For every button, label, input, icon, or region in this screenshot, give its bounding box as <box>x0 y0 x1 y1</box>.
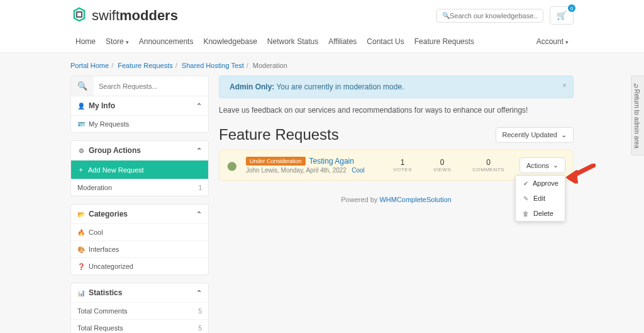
annotation-arrow <box>564 164 596 189</box>
search-icon: 🔍 <box>442 12 450 19</box>
sidebar-add-new-request[interactable]: ＋Add New Request <box>71 160 208 179</box>
actions-menu: ✔Approve ✎Edit 🗑Delete <box>515 175 565 222</box>
nav-account[interactable]: Account <box>531 31 574 52</box>
cart-icon: 🛒 <box>557 11 567 20</box>
actions-button[interactable]: Actions ⌄ <box>519 157 565 173</box>
nav-affiliates[interactable]: Affiliates <box>323 31 362 52</box>
card-icon: 🪪 <box>77 121 85 128</box>
alert-label: Admin Only: <box>230 82 274 91</box>
sidebar-cat-interfaces[interactable]: 🎨Interfaces <box>71 240 208 257</box>
sidebar-cat-uncategorized[interactable]: ❓Uncategorized <box>71 257 208 274</box>
sort-dropdown[interactable]: Recently Updated ⌄ <box>496 127 574 143</box>
breadcrumb-current: Moderation <box>253 62 287 69</box>
check-icon: ✔ <box>522 180 529 187</box>
chart-icon: 📊 <box>77 290 85 296</box>
palette-icon: 🎨 <box>77 246 85 253</box>
admin-alert: Admin Only: You are currently in moderat… <box>219 76 574 98</box>
breadcrumb-portal-home[interactable]: Portal Home <box>70 62 109 69</box>
nav-knowledgebase[interactable]: Knowledgebase <box>198 31 262 52</box>
nav-contact-us[interactable]: Contact Us <box>362 31 409 52</box>
sidebar-stat-comments: Total Comments 5 <box>71 302 208 319</box>
breadcrumb-shared-hosting-test[interactable]: Shared Hosting Test <box>182 62 244 69</box>
folder-icon: 📂 <box>77 211 85 218</box>
search-icon: 🔍 <box>71 76 94 96</box>
chevron-up-icon <box>196 288 202 297</box>
edit-icon: ✎ <box>522 195 530 202</box>
page-title: Feature Requests <box>219 126 339 144</box>
alert-text: You are currently in moderation mode. <box>276 82 404 91</box>
header-search[interactable]: 🔍 <box>436 9 543 23</box>
sidebar-statistics-header[interactable]: 📊Statistics <box>71 283 208 302</box>
request-author: John Lewis, Monday, April 4th, 2022 <box>246 167 347 174</box>
status-badge: Under Consideration <box>246 157 306 166</box>
brand-part2: modders <box>119 8 178 23</box>
request-title-link[interactable]: Testing Again <box>309 157 354 166</box>
sidebar-moderation[interactable]: Moderation 1 <box>71 179 208 196</box>
sidebar-cat-cool[interactable]: 🔥Cool <box>71 223 208 240</box>
action-approve[interactable]: ✔Approve <box>516 176 565 191</box>
plus-icon: ＋ <box>77 165 84 174</box>
intro-text: Leave us feedback on our services and re… <box>219 106 574 115</box>
chevron-up-icon <box>196 101 202 110</box>
chevron-down-icon: ⌄ <box>561 131 567 139</box>
action-delete[interactable]: 🗑Delete <box>516 206 565 221</box>
sidebar-categories-header[interactable]: 📂Categories <box>71 205 208 223</box>
header-search-input[interactable] <box>450 12 538 20</box>
user-icon: 👤 <box>77 103 85 110</box>
chevron-up-icon <box>196 146 202 155</box>
nav-home[interactable]: Home <box>70 31 101 52</box>
cart-badge: 0 <box>568 4 575 12</box>
powered-link[interactable]: WHMCompleteSolution <box>379 196 451 203</box>
sidebar-my-requests[interactable]: 🪪My Requests <box>71 115 208 132</box>
question-icon: ❓ <box>77 263 85 270</box>
breadcrumb-feature-requests[interactable]: Feature Requests <box>118 62 172 69</box>
nav-feature-requests[interactable]: Feature Requests <box>409 31 479 52</box>
stat-votes: 1 VOTES <box>387 158 418 172</box>
gear-icon: ⚙ <box>77 147 85 154</box>
alert-close-icon[interactable]: × <box>562 81 567 90</box>
sidebar-search-input[interactable] <box>94 77 208 95</box>
stat-comments: 0 COMMENTS <box>466 158 511 172</box>
request-category-link[interactable]: Cool <box>352 167 365 174</box>
request-row: ⬤ Under Consideration Testing Again John… <box>219 150 574 181</box>
return-admin-tab[interactable]: Return to admin area <box>631 76 644 155</box>
nav-announcements[interactable]: Announcements <box>134 31 199 52</box>
chevron-down-icon: ⌄ <box>553 161 558 169</box>
sidebar-my-info-header[interactable]: 👤My Info <box>71 96 208 115</box>
logo-icon <box>70 7 88 25</box>
brand-part1: swift <box>92 8 119 23</box>
chevron-up-icon <box>196 210 202 218</box>
sidebar-stat-requests: Total Requests 5 <box>71 319 208 333</box>
nav-store[interactable]: Store <box>101 31 134 52</box>
breadcrumb: Portal Home/ Feature Requests/ Shared Ho… <box>70 59 574 76</box>
fire-icon: 🔥 <box>77 229 85 236</box>
brand-logo[interactable]: swiftmodders <box>70 7 178 25</box>
vote-icon[interactable]: ⬤ <box>227 161 237 171</box>
svg-marker-0 <box>565 170 578 184</box>
nav-network-status[interactable]: Network Status <box>262 31 323 52</box>
cart-button[interactable]: 🛒 0 <box>550 6 574 25</box>
action-edit[interactable]: ✎Edit <box>516 191 565 206</box>
sidebar-group-actions-header[interactable]: ⚙Group Actions <box>71 141 208 160</box>
stat-views: 0 VIEWS <box>427 158 457 172</box>
trash-icon: 🗑 <box>522 210 530 217</box>
